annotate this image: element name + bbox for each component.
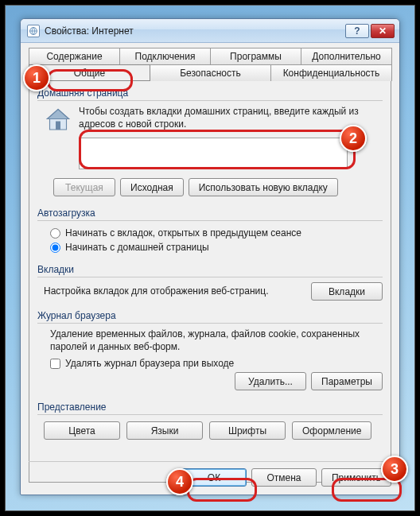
close-button[interactable]: ✕ [371, 24, 395, 38]
tab-general[interactable]: Общие [29, 64, 150, 81]
help-button[interactable]: ? [345, 24, 369, 38]
tabs-settings-button[interactable]: Вкладки [311, 282, 383, 301]
tab-security[interactable]: Безопасность [150, 64, 271, 81]
delete-on-exit-input[interactable] [50, 359, 60, 369]
tab-strip: Содержание Подключения Программы Дополни… [29, 48, 391, 81]
window-title: Свойства: Интернет [45, 25, 345, 37]
titlebar[interactable]: Свойства: Интернет ? ✕ [21, 19, 399, 43]
svg-marker-2 [48, 110, 69, 119]
appearance-group-label: Представление [37, 402, 383, 413]
dialog-footer: ОК Отмена Применить [29, 461, 391, 487]
home-icon [44, 106, 72, 134]
tab-advanced[interactable]: Дополнительно [301, 48, 392, 64]
tab-content[interactable]: Содержание [29, 48, 120, 64]
use-default-button[interactable]: Исходная [120, 178, 184, 196]
radio-last-session-input[interactable] [50, 228, 60, 239]
cancel-button[interactable]: Отмена [251, 468, 317, 487]
tab-privacy[interactable]: Конфиденциальность [270, 64, 392, 81]
radio-homepage-input[interactable] [50, 242, 60, 253]
delete-history-button[interactable]: Удалить... [235, 372, 306, 390]
radio-homepage[interactable]: Начинать с домашней страницы [44, 240, 383, 254]
tab-connections[interactable]: Подключения [119, 48, 211, 64]
radio-last-session[interactable]: Начинать с вкладок, открытых в предыдуще… [44, 226, 383, 240]
languages-button[interactable]: Языки [126, 421, 203, 440]
autoload-group-label: Автозагрузка [37, 208, 383, 219]
general-panel: Домашняя страница Чтобы создать вкладки … [29, 80, 391, 483]
fonts-button[interactable]: Шрифты [209, 421, 286, 440]
tab-programs[interactable]: Программы [210, 48, 301, 64]
apply-button[interactable]: Применить [321, 468, 391, 487]
homepage-hint: Чтобы создать вкладки домашних страниц, … [79, 106, 383, 130]
history-desc: Удаление временных файлов, журнала, файл… [44, 328, 383, 356]
internet-properties-dialog: Свойства: Интернет ? ✕ Содержание Подклю… [20, 18, 400, 495]
history-group-label: Журнал браузера [37, 310, 383, 321]
svg-rect-3 [56, 122, 60, 130]
history-params-button[interactable]: Параметры [311, 372, 383, 390]
tabs-group-label: Вкладки [37, 264, 383, 275]
delete-on-exit-checkbox[interactable]: Удалять журнал браузера при выходе [44, 356, 383, 371]
use-newtab-button[interactable]: Использовать новую вкладку [189, 178, 338, 196]
colors-button[interactable]: Цвета [44, 421, 120, 440]
accessibility-button[interactable]: Оформление [292, 421, 371, 440]
homepage-group-label: Домашняя страница [37, 87, 383, 99]
use-current-button[interactable]: Текущая [53, 178, 115, 196]
internet-options-icon [27, 25, 40, 37]
ok-button[interactable]: ОК [181, 468, 247, 487]
tabs-desc: Настройка вкладок для отображения веб-ст… [44, 285, 301, 298]
homepage-url-input[interactable] [79, 138, 348, 169]
